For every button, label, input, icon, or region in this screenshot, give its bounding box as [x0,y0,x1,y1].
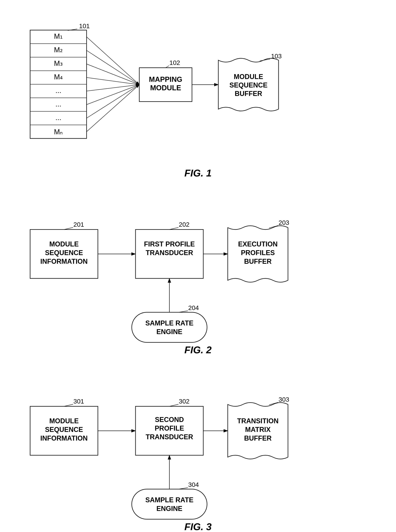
svg-rect-87 [132,489,207,519]
svg-text:ENGINE: ENGINE [156,328,182,336]
svg-text:PROFILES: PROFILES [241,249,275,257]
svg-text:M₁: M₁ [54,32,63,40]
svg-rect-60 [132,312,207,342]
fig2-label: FIG. 2 [184,344,212,355]
svg-text:201: 201 [73,221,84,228]
fig2-section: MODULE SEQUENCE INFORMATION 201 FIRST PR… [15,188,381,357]
fig3-diagram: MODULE SEQUENCE INFORMATION 301 SECOND P… [15,365,382,527]
svg-text:SAMPLE RATE: SAMPLE RATE [145,496,193,504]
svg-text:...: ... [55,86,61,94]
fig3-label: FIG. 3 [184,521,212,532]
svg-text:102: 102 [169,59,180,66]
svg-line-72 [64,404,73,406]
fig1-label: FIG. 1 [184,167,212,179]
svg-text:203: 203 [279,219,289,226]
fig3-section: MODULE SEQUENCE INFORMATION 301 SECOND P… [15,365,381,532]
svg-text:TRANSDUCER: TRANSDUCER [146,433,193,441]
svg-text:M₂: M₂ [54,46,63,54]
svg-line-46 [64,228,73,229]
svg-text:SEQUENCE: SEQUENCE [229,81,268,89]
svg-line-19 [87,50,139,85]
svg-text:FIRST PROFILE: FIRST PROFILE [144,240,195,248]
svg-text:MODULE: MODULE [234,73,263,80]
svg-text:BUFFER: BUFFER [235,90,262,97]
svg-text:304: 304 [188,481,199,488]
fig1-diagram: M₁ M₂ M₃ M₄ ... ... ... Mₙ 101 MAPPING [15,11,382,177]
svg-line-30 [166,66,169,68]
svg-text:302: 302 [179,398,190,405]
svg-line-79 [169,404,178,406]
svg-line-22 [87,85,139,91]
svg-text:SEQUENCE: SEQUENCE [45,426,83,433]
svg-text:303: 303 [279,396,289,403]
svg-text:PROFILE: PROFILE [155,424,184,432]
svg-text:M₃: M₃ [54,59,63,67]
svg-text:Mₙ: Mₙ [54,128,63,136]
svg-text:TRANSDUCER: TRANSDUCER [146,249,193,257]
svg-text:103: 103 [271,52,282,60]
svg-line-21 [87,78,139,85]
svg-text:204: 204 [188,304,199,311]
svg-text:SECOND: SECOND [155,416,184,423]
svg-line-52 [169,228,178,229]
svg-text:101: 101 [79,22,90,29]
svg-text:202: 202 [179,221,190,228]
svg-text:INFORMATION: INFORMATION [40,434,87,442]
svg-text:M₄: M₄ [54,73,63,81]
fig2-diagram: MODULE SEQUENCE INFORMATION 201 FIRST PR… [15,188,382,350]
svg-text:EXECUTION: EXECUTION [238,240,278,248]
svg-text:MATRIX: MATRIX [245,426,270,433]
svg-line-25 [87,85,139,132]
fig1-section: M₁ M₂ M₃ M₄ ... ... ... Mₙ 101 MAPPING [15,11,381,181]
svg-text:...: ... [55,114,61,121]
svg-text:ENGINE: ENGINE [156,505,182,512]
svg-line-18 [87,37,139,85]
svg-text:TRANSITION: TRANSITION [237,417,279,425]
svg-text:MODULE: MODULE [49,240,79,248]
svg-text:MODULE: MODULE [49,417,79,425]
svg-text:BUFFER: BUFFER [244,434,272,442]
svg-text:INFORMATION: INFORMATION [40,257,87,265]
svg-text:SEQUENCE: SEQUENCE [45,249,83,257]
svg-text:301: 301 [73,398,84,405]
svg-line-20 [87,64,139,85]
svg-text:MAPPING: MAPPING [149,75,182,83]
svg-text:...: ... [55,100,61,108]
svg-text:SAMPLE RATE: SAMPLE RATE [145,319,193,327]
page: M₁ M₂ M₃ M₄ ... ... ... Mₙ 101 MAPPING [0,0,396,532]
svg-text:BUFFER: BUFFER [244,257,272,265]
svg-text:MODULE: MODULE [150,84,181,92]
svg-line-24 [87,85,139,118]
